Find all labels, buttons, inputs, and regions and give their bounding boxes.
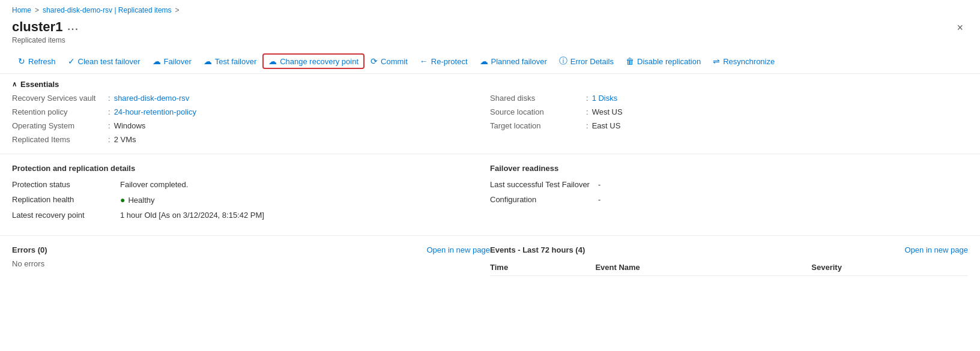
essentials-grid: Recovery Services vault : shared-disk-de… — [0, 94, 980, 154]
breadcrumb-home[interactable]: Home — [12, 6, 31, 14]
cloud-icon: ☁ — [153, 56, 161, 66]
essentials-label-os: Operating System — [12, 121, 108, 130]
reprotect-label: Re-protect — [431, 57, 468, 66]
replication-health-label: Replication health — [12, 195, 120, 204]
healthy-icon: ● — [120, 195, 125, 205]
events-table: Time Event Name Severity — [490, 259, 968, 276]
refresh-label: Refresh — [28, 57, 56, 66]
essentials-label-rsv: Recovery Services vault — [12, 94, 108, 103]
essentials-value-rsv[interactable]: shared-disk-demo-rsv — [114, 94, 190, 103]
refresh-button[interactable]: ↻ Refresh — [12, 53, 62, 69]
change-recovery-point-label: Change recovery point — [280, 57, 358, 66]
close-button[interactable]: × — [952, 19, 968, 37]
recovery-point-row: Latest recovery point 1 hour Old [As on … — [12, 211, 490, 220]
essentials-value-shared[interactable]: 1 Disks — [592, 94, 618, 103]
errors-title: Errors (0) — [12, 245, 47, 254]
col-time: Time — [490, 259, 595, 276]
protection-status-row: Protection status Failover completed. — [12, 180, 490, 189]
chevron-icon: ∧ — [12, 80, 17, 88]
reprotect-button[interactable]: ← Re-protect — [414, 53, 474, 69]
page-title: cluster1 ... — [12, 19, 79, 35]
clean-test-failover-button[interactable]: ✓ Clean test failover — [62, 53, 147, 69]
essentials-label-replicated: Replicated Items — [12, 135, 108, 144]
events-table-header: Time Event Name Severity — [490, 259, 968, 276]
bottom-section: Errors (0) Open in new page No errors Ev… — [0, 236, 980, 276]
essentials-value-os: Windows — [114, 121, 146, 130]
error-details-label: Error Details — [570, 57, 614, 66]
essentials-row: Recovery Services vault : shared-disk-de… — [12, 94, 490, 103]
resynchronize-label: Resynchronize — [723, 57, 775, 66]
errors-open-link[interactable]: Open in new page — [426, 245, 490, 254]
events-header: Events - Last 72 hours (4) Open in new p… — [490, 245, 968, 254]
title-ellipsis[interactable]: ... — [67, 22, 79, 32]
protection-status-label: Protection status — [12, 180, 120, 189]
details-section: Protection and replication details Prote… — [0, 154, 980, 236]
protection-status-value: Failover completed. — [120, 180, 188, 189]
protection-col: Protection and replication details Prote… — [12, 164, 490, 226]
planned-failover-label: Planned failover — [491, 57, 547, 66]
error-details-button[interactable]: ⓘ Error Details — [553, 53, 620, 70]
commit-label: Commit — [381, 57, 408, 66]
cloud-test-icon: ☁ — [204, 56, 212, 66]
essentials-row: Target location : East US — [490, 121, 968, 130]
last-test-failover-row: Last successful Test Failover - — [490, 180, 968, 189]
essentials-row: Retention policy : 24-hour-retention-pol… — [12, 107, 490, 116]
breadcrumb-sep2: > — [175, 6, 180, 14]
replication-health-value: ● Healthy — [120, 195, 155, 205]
reprotect-icon: ← — [420, 56, 428, 66]
configuration-row: Configuration - — [490, 195, 968, 204]
essentials-row: Operating System : Windows — [12, 121, 490, 130]
failover-button[interactable]: ☁ Failover — [147, 53, 198, 69]
essentials-value-replicated: 2 VMs — [114, 135, 136, 144]
last-test-failover-label: Last successful Test Failover — [490, 180, 598, 189]
no-errors-text: No errors — [12, 259, 490, 268]
events-col: Events - Last 72 hours (4) Open in new p… — [490, 245, 968, 276]
page-header-left: cluster1 ... Replicated items — [12, 19, 79, 44]
essentials-value-source: West US — [592, 107, 623, 116]
events-title: Events - Last 72 hours (4) — [490, 245, 585, 254]
essentials-value-target: East US — [592, 121, 621, 130]
last-test-failover-value: - — [598, 180, 600, 189]
col-severity: Severity — [811, 259, 968, 276]
essentials-label-shared: Shared disks — [490, 94, 586, 103]
recovery-point-value: 1 hour Old [As on 3/12/2024, 8:15:42 PM] — [120, 211, 264, 220]
essentials-label-source: Source location — [490, 107, 586, 116]
configuration-label: Configuration — [490, 195, 598, 204]
essentials-label-retention: Retention policy — [12, 107, 108, 116]
recovery-point-label: Latest recovery point — [12, 211, 120, 220]
change-recovery-point-button[interactable]: ☁ Change recovery point — [262, 53, 364, 69]
clean-test-failover-label: Clean test failover — [78, 57, 141, 66]
check-icon: ✓ — [68, 56, 75, 66]
disable-replication-button[interactable]: 🗑 Disable replication — [620, 53, 707, 69]
toolbar: ↻ Refresh ✓ Clean test failover ☁ Failov… — [0, 49, 980, 74]
sync-icon: ⇌ — [713, 56, 720, 66]
breadcrumb-vault[interactable]: shared-disk-demo-rsv | Replicated items — [43, 6, 172, 14]
planned-icon: ☁ — [480, 56, 488, 66]
essentials-left-col: Recovery Services vault : shared-disk-de… — [12, 94, 490, 144]
commit-button[interactable]: ⟳ Commit — [364, 53, 414, 69]
commit-icon: ⟳ — [371, 56, 378, 66]
essentials-row: Source location : West US — [490, 107, 968, 116]
errors-col: Errors (0) Open in new page No errors — [12, 245, 490, 276]
breadcrumb-sep1: > — [35, 6, 39, 14]
page-header: cluster1 ... Replicated items × — [0, 17, 980, 49]
essentials-label: Essentials — [20, 80, 59, 89]
resynchronize-button[interactable]: ⇌ Resynchronize — [707, 53, 781, 69]
planned-failover-button[interactable]: ☁ Planned failover — [474, 53, 553, 69]
protection-title: Protection and replication details — [12, 164, 490, 173]
essentials-row: Replicated Items : 2 VMs — [12, 135, 490, 144]
test-failover-label: Test failover — [215, 57, 256, 66]
errors-header: Errors (0) Open in new page — [12, 245, 490, 254]
test-failover-button[interactable]: ☁ Test failover — [198, 53, 262, 69]
disable-replication-label: Disable replication — [637, 57, 701, 66]
essentials-value-retention[interactable]: 24-hour-retention-policy — [114, 107, 196, 116]
failover-label: Failover — [164, 57, 192, 66]
events-open-link[interactable]: Open in new page — [904, 245, 968, 254]
recovery-icon: ☁ — [268, 56, 277, 66]
essentials-header: ∧ Essentials — [0, 74, 980, 94]
col-event-name: Event Name — [595, 259, 811, 276]
essentials-label-target: Target location — [490, 121, 586, 130]
configuration-value: - — [598, 195, 600, 204]
title-text: cluster1 — [12, 19, 62, 35]
breadcrumb: Home > shared-disk-demo-rsv | Replicated… — [0, 0, 980, 17]
